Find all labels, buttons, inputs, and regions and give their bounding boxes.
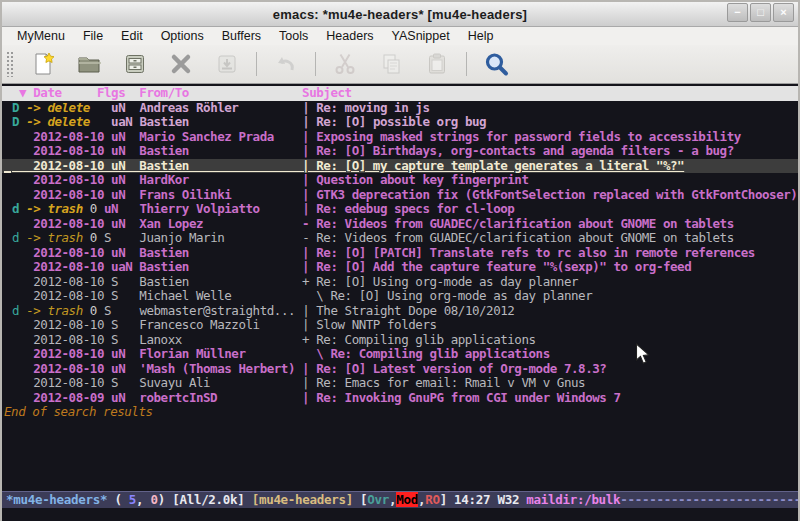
modeline-segment-buf: *mu4e-headers* bbox=[6, 492, 107, 507]
copy-button[interactable] bbox=[376, 49, 406, 79]
modeline-segment-def: ( bbox=[107, 492, 129, 507]
close-buffer-button[interactable] bbox=[166, 49, 196, 79]
message-row[interactable]: 2012-08-10 uN 'Mash (Thomas Herbert) | R… bbox=[2, 362, 798, 377]
point-cursor bbox=[4, 171, 11, 173]
message-row[interactable]: D -> delete uaN Bastien | Re: [O] possib… bbox=[2, 115, 798, 130]
save-as-icon bbox=[214, 51, 240, 77]
close-buffer-icon bbox=[168, 51, 194, 77]
menu-bar: MyMenuFileEditOptionsBuffersToolsHeaders… bbox=[2, 27, 798, 45]
modeline-segment-ovr: Ovr bbox=[367, 492, 389, 507]
menu-item-help[interactable]: Help bbox=[459, 28, 503, 44]
message-row[interactable]: D -> delete uN Andreas Röhler | Re: movi… bbox=[2, 101, 798, 116]
title-bar[interactable]: emacs: *mu4e-headers* [mu4e-headers] − □… bbox=[2, 2, 798, 27]
menu-item-tools[interactable]: Tools bbox=[270, 28, 317, 44]
message-row[interactable]: 2012-08-10 uN Frans Oilinki | GTK3 depre… bbox=[2, 188, 798, 203]
modeline-segment-def: , bbox=[136, 492, 150, 507]
message-row[interactable]: 2012-08-10 uN Bastien | Re: [O] Birthday… bbox=[2, 144, 798, 159]
end-of-results: End of search results bbox=[2, 405, 798, 420]
mode-line[interactable]: *mu4e-headers* ( 5, 0) [All/2.0k] [mu4e-… bbox=[2, 491, 798, 508]
message-row[interactable]: 2012-08-10 uN HardKor | Question about k… bbox=[2, 173, 798, 188]
menu-item-buffers[interactable]: Buffers bbox=[213, 28, 270, 44]
copy-icon bbox=[378, 51, 404, 77]
window-title: emacs: *mu4e-headers* [mu4e-headers] bbox=[2, 7, 798, 22]
new-file-icon bbox=[30, 51, 56, 77]
undo-icon bbox=[273, 51, 299, 77]
paste-icon bbox=[424, 51, 450, 77]
message-row[interactable]: d -> trash 0 S webmaster@straightd... | … bbox=[2, 304, 798, 319]
emacs-window: emacs: *mu4e-headers* [mu4e-headers] − □… bbox=[0, 0, 800, 521]
message-row[interactable]: 2012-08-10 uaN Bastien | Re: [O] Add the… bbox=[2, 260, 798, 275]
save-as-button[interactable] bbox=[212, 49, 242, 79]
toolbar-separator bbox=[256, 52, 257, 76]
minimize-button[interactable]: − bbox=[727, 3, 748, 22]
echo-area[interactable] bbox=[2, 508, 798, 521]
message-row[interactable]: 2012-08-10 S Michael Welle \ Re: [O] Usi… bbox=[2, 289, 798, 304]
message-row[interactable]: 2012-08-10 uN Bastien | Re: [O] [PATCH] … bbox=[2, 246, 798, 261]
toolbar-grip-handle[interactable] bbox=[6, 51, 14, 77]
menu-item-mymenu[interactable]: MyMenu bbox=[8, 28, 74, 44]
message-row[interactable]: 2012-08-09 uN robertcInSD | Re: Invoking… bbox=[2, 391, 798, 406]
message-row[interactable]: 2012-08-10 S Bastien + Re: [O] Using org… bbox=[2, 275, 798, 290]
message-row-current[interactable]: 2012-08-10 uN Bastien | Re: [O] my captu… bbox=[2, 159, 798, 174]
cut-icon bbox=[332, 51, 358, 77]
open-folder-icon bbox=[76, 51, 102, 77]
headers-buffer[interactable]: ▼ Date Flgs From/To Subject D -> delete … bbox=[2, 84, 798, 491]
paste-button[interactable] bbox=[422, 49, 452, 79]
modeline-segment-dir: maildir:/bulk bbox=[526, 492, 620, 507]
modeline-segment-ro: RO bbox=[425, 492, 439, 507]
toolbar-separator bbox=[315, 52, 316, 76]
message-list: D -> delete uN Andreas Röhler | Re: movi… bbox=[2, 101, 798, 406]
modeline-segment-dash: -------------------------------- bbox=[620, 492, 798, 507]
column-header-line: ▼ Date Flgs From/To Subject bbox=[2, 86, 798, 101]
menu-item-yasnippet[interactable]: YASnippet bbox=[383, 28, 459, 44]
message-row[interactable]: 2012-08-10 S Francesco Mazzoli | Slow NN… bbox=[2, 318, 798, 333]
menu-item-options[interactable]: Options bbox=[152, 28, 213, 44]
toolbar-separator bbox=[466, 52, 467, 76]
close-button[interactable]: × bbox=[773, 3, 794, 22]
modeline-segment-def: ] 14:27 W32 bbox=[440, 492, 527, 507]
undo-button[interactable] bbox=[271, 49, 301, 79]
message-row[interactable]: d -> trash 0 uN Thierry Volpiatto | Re: … bbox=[2, 202, 798, 217]
toolbar bbox=[2, 45, 798, 84]
new-file-button[interactable] bbox=[28, 49, 58, 79]
modeline-segment-n0: 0 bbox=[151, 492, 158, 507]
message-row[interactable]: 2012-08-10 S Suvayu Ali | Re: Emacs for … bbox=[2, 376, 798, 391]
message-row[interactable]: 2012-08-10 uN Mario Sanchez Prada | Expo… bbox=[2, 130, 798, 145]
search-button[interactable] bbox=[481, 49, 511, 79]
modeline-segment-mode: [mu4e-headers] bbox=[252, 492, 353, 507]
modeline-segment-n5: 5 bbox=[129, 492, 136, 507]
message-row[interactable]: 2012-08-10 uN Florian Müllner \ Re: Comp… bbox=[2, 347, 798, 362]
modeline-segment-mod: Mod bbox=[396, 492, 418, 507]
message-row[interactable]: d -> trash 0 S Juanjo Marin - Re: Videos… bbox=[2, 231, 798, 246]
save-button[interactable] bbox=[120, 49, 150, 79]
cut-button[interactable] bbox=[330, 49, 360, 79]
modeline-segment-def: ) [All/2.0k] bbox=[158, 492, 252, 507]
open-folder-button[interactable] bbox=[74, 49, 104, 79]
mouse-cursor bbox=[635, 343, 650, 365]
maximize-button[interactable]: □ bbox=[750, 3, 771, 22]
menu-item-file[interactable]: File bbox=[74, 28, 112, 44]
message-row[interactable]: 2012-08-10 S Lanoxx + Re: Compiling glib… bbox=[2, 333, 798, 348]
modeline-segment-def: [ bbox=[353, 492, 367, 507]
save-icon bbox=[122, 51, 148, 77]
search-icon bbox=[483, 51, 510, 78]
menu-item-headers[interactable]: Headers bbox=[317, 28, 382, 44]
menu-item-edit[interactable]: Edit bbox=[112, 28, 152, 44]
message-row[interactable]: 2012-08-10 uN Xan Lopez - Re: Videos fro… bbox=[2, 217, 798, 232]
window-controls: − □ × bbox=[727, 3, 794, 22]
